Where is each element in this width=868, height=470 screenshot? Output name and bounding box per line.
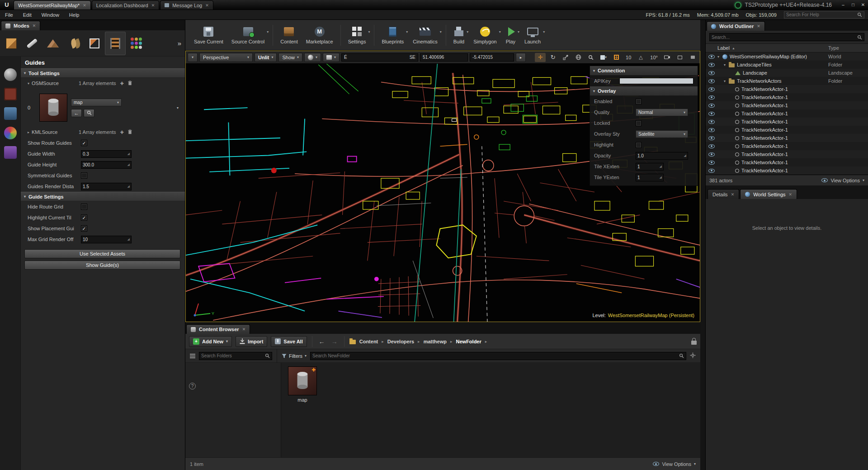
mode-track-guides[interactable]: [105, 32, 126, 55]
editor-tab-map[interactable]: WestSomersetRailwayMap* ✕: [14, 0, 91, 9]
tab-world-outliner[interactable]: World Outliner ✕: [707, 21, 765, 31]
chevron-down-icon[interactable]: ▾: [543, 30, 545, 34]
editor-tab-localization[interactable]: Localization Dashboard ✕: [92, 0, 160, 9]
save-all-button[interactable]: Save All: [271, 336, 307, 347]
menu-window[interactable]: Window: [37, 10, 64, 20]
mode-colors[interactable]: [126, 32, 146, 55]
render-distance-field[interactable]: ◢: [81, 183, 132, 190]
more-modes-chevron-icon[interactable]: »: [175, 39, 184, 47]
guide-height-field[interactable]: ◢: [81, 161, 132, 169]
drag-grip-icon[interactable]: ◢: [127, 237, 130, 241]
mode-foliage[interactable]: [63, 32, 84, 55]
highlight-current-tile-checkbox[interactable]: ✓: [81, 214, 87, 221]
visibility-eye-icon[interactable]: [706, 79, 717, 83]
show-flags-button[interactable]: Show ▾: [278, 53, 302, 62]
use-selected-assets-button[interactable]: Use Selected Assets: [24, 249, 180, 258]
table-row[interactable]: TrackNetworkActor-1: [706, 134, 868, 142]
table-row[interactable]: TrackNetworkActor-1: [706, 93, 868, 101]
expander-icon[interactable]: ▾: [724, 63, 729, 67]
table-row[interactable]: TrackNetworkActor-1: [706, 150, 868, 158]
visibility-eye-icon[interactable]: [706, 161, 717, 165]
menu-edit[interactable]: Edit: [18, 10, 37, 20]
max-grid-render-input[interactable]: [83, 237, 127, 242]
render-distance-input[interactable]: [83, 184, 127, 189]
rotate-tool-button[interactable]: ↻: [547, 53, 558, 62]
show-guides-button[interactable]: Show Guide(s): [24, 261, 180, 270]
settings-button[interactable]: Settings: [344, 24, 370, 47]
overlay-style-select[interactable]: Satellite▾: [636, 130, 688, 138]
tab-content-browser[interactable]: Content Browser ✕: [186, 324, 250, 334]
sources-toggle-icon[interactable]: [190, 354, 195, 355]
close-icon[interactable]: ✕: [151, 3, 155, 8]
mode-landscape[interactable]: [42, 32, 63, 55]
breadcrumb-matthewp[interactable]: matthewp: [424, 339, 447, 344]
table-row[interactable]: ▾ LandscapeTiles Folder: [706, 61, 868, 69]
minimize-button[interactable]: –: [838, 0, 848, 9]
chevron-down-icon[interactable]: ▾: [440, 30, 442, 34]
visibility-eye-icon[interactable]: [706, 95, 717, 100]
connection-header[interactable]: ▾ Connection: [590, 66, 698, 76]
table-row[interactable]: ▾ WestSomersetRailwayMap (Editor) World: [706, 52, 868, 61]
asset-grid[interactable]: ✚ map: [281, 363, 700, 457]
sphere-tool-icon[interactable]: [4, 68, 17, 81]
rotation-snap-value-button[interactable]: 10°: [648, 53, 660, 62]
sources-panel[interactable]: ?: [185, 363, 281, 457]
visibility-eye-icon[interactable]: [706, 169, 717, 173]
geocode-search-box[interactable]: É SE: [341, 53, 418, 62]
terrain-tool-icon[interactable]: [4, 88, 17, 100]
expander-icon[interactable]: ▾: [717, 55, 722, 59]
editor-tab-message-log[interactable]: Message Log ✕: [160, 0, 213, 9]
opacity-input[interactable]: [637, 153, 684, 158]
visibility-eye-icon[interactable]: [706, 55, 717, 59]
filters-button[interactable]: Filters ▾: [282, 353, 307, 359]
go-to-coordinates-button[interactable]: ▸: [516, 53, 526, 62]
close-icon[interactable]: ✕: [757, 24, 760, 28]
outliner-search-input[interactable]: [712, 35, 857, 40]
table-row[interactable]: ▾ TrackNetworkActors Folder: [706, 77, 868, 85]
table-row[interactable]: TrackNetworkActor-1: [706, 142, 868, 150]
simplygon-button[interactable]: Simplygon: [469, 24, 500, 47]
guide-width-input[interactable]: [83, 152, 127, 157]
hide-route-grid-checkbox[interactable]: [81, 204, 87, 210]
add-element-icon[interactable]: ✚: [120, 130, 124, 135]
breadcrumb-developers[interactable]: Developers: [387, 339, 414, 344]
close-icon[interactable]: ✕: [789, 192, 793, 197]
material-sphere-icon[interactable]: [4, 127, 17, 139]
quality-select[interactable]: Normal▾: [636, 109, 688, 116]
mode-paint[interactable]: [22, 32, 42, 55]
latitude-field[interactable]: 51.400696: [420, 53, 468, 62]
show-placement-guides-checkbox[interactable]: ✓: [81, 225, 87, 232]
marketplace-button[interactable]: Marketplace: [302, 24, 337, 47]
tile-y-field[interactable]: ◢: [636, 174, 664, 181]
drag-grip-icon[interactable]: ◢: [127, 152, 130, 156]
content-button[interactable]: Content: [276, 24, 302, 47]
drag-grip-icon[interactable]: ◢: [127, 163, 130, 166]
visibility-eye-icon[interactable]: [706, 112, 717, 116]
tab-details[interactable]: Details ✕: [708, 189, 739, 199]
trash-icon[interactable]: [128, 129, 132, 135]
tile-x-field[interactable]: ◢: [636, 163, 664, 171]
drag-grip-icon[interactable]: ◢: [660, 176, 662, 179]
opacity-field[interactable]: ◢: [636, 152, 688, 160]
level-viewport[interactable]: ▾ Perspective ▾ Unlit ▾ Show ▾ ▾ ▾ É SE …: [185, 51, 700, 322]
close-icon[interactable]: ✕: [33, 24, 36, 28]
add-new-button[interactable]: + Add New ▾: [189, 336, 232, 347]
forward-icon[interactable]: →: [330, 338, 339, 345]
flag-tool-icon[interactable]: [4, 146, 17, 159]
back-icon[interactable]: ←: [317, 338, 326, 345]
visibility-eye-icon[interactable]: [706, 71, 717, 75]
mode-geometry[interactable]: [84, 32, 105, 55]
visibility-eye-icon[interactable]: [706, 152, 717, 157]
apikey-input[interactable]: [619, 78, 693, 84]
tile-y-input[interactable]: [637, 175, 660, 180]
expander-icon[interactable]: ▾: [724, 79, 729, 83]
asset-thumbnail[interactable]: ✚: [288, 366, 317, 395]
lighting-sphere-button[interactable]: ▾: [304, 53, 321, 62]
mode-place[interactable]: [1, 32, 22, 55]
tab-world-settings[interactable]: World Settings ✕: [740, 189, 797, 199]
chevron-down-icon[interactable]: ▾: [467, 30, 468, 34]
world-space-toggle-button[interactable]: [573, 53, 584, 62]
play-button[interactable]: Play: [502, 24, 519, 47]
close-icon[interactable]: ✕: [83, 3, 86, 8]
search-assets-input[interactable]: [312, 353, 679, 358]
